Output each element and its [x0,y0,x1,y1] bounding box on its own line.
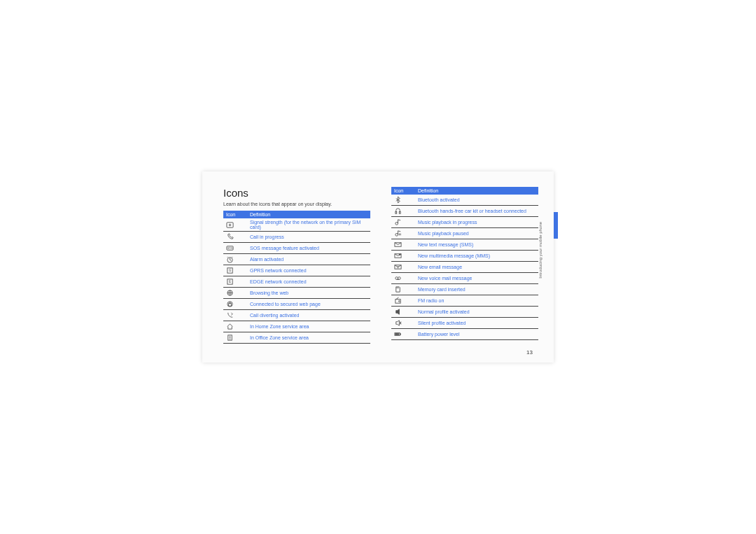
sos-icon: SOS [223,243,247,254]
svg-rect-28 [398,334,399,335]
battery-icon [391,329,415,340]
secure-web-icon [223,299,247,310]
table-row: In Home Zone service area [223,321,370,332]
left-column: Icons Learn about the icons that appear … [223,187,370,344]
svg-text:SOS: SOS [227,247,233,250]
svg-rect-10 [229,304,232,307]
office-zone-icon [223,332,247,344]
page-intro: Learn about the icons that appear on you… [223,202,370,206]
svg-rect-13 [399,211,400,213]
signal-icon [223,218,247,232]
svg-rect-12 [396,211,397,213]
th-def: Definition [247,211,370,218]
page-content: Icons Learn about the icons that appear … [223,187,533,350]
divert-icon [223,310,247,321]
table-row: EEDGE network connected [223,276,370,288]
bt-headset-icon [391,206,415,217]
table-row: Normal profile activated [391,307,538,318]
table-row: @New email message [391,262,538,273]
table-row: Battery power level [391,329,538,340]
svg-point-18 [399,254,400,255]
table-row: Memory card inserted [391,284,538,295]
table-row: In Office Zone service area [223,332,370,344]
alarm-icon [223,254,247,265]
th-icon: Icon [223,211,247,218]
table-row: Call diverting activated [223,310,370,321]
right-column: Icon Definition Bluetooth activated Blue… [391,187,538,340]
icons-table-left: Icon Definition Signal strength (for the… [223,211,370,344]
table-row: FM radio on [391,295,538,307]
table-row: Alarm activated [223,254,370,265]
table-row: New text message (SMS) [391,239,538,251]
table-row: New multimedia message (MMS) [391,251,538,262]
svg-point-24 [398,301,400,302]
svg-text:E: E [229,280,231,283]
section-side-label: Introducing your mobile phone [538,222,542,279]
table-row: Call in progress [223,232,370,243]
page-title: Icons [223,187,370,199]
table-row: Silent profile activated [391,318,538,329]
web-icon [223,288,247,299]
memory-card-icon [391,284,415,295]
voicemail-icon [391,273,415,284]
table-row: Music playback paused [391,228,538,239]
table-row: New voice mail message [391,273,538,284]
silent-profile-icon [391,318,415,329]
th-def: Definition [415,187,538,195]
svg-point-14 [396,223,398,225]
table-row: Bluetooth activated [391,195,538,206]
table-row: Browsing the web [223,288,370,299]
svg-text:G: G [229,269,232,272]
table-row: SOSSOS message feature activated [223,243,370,254]
svg-point-21 [396,277,398,280]
mms-icon [391,251,415,262]
table-row: GGPRS network connected [223,265,370,276]
sms-icon [391,239,415,251]
edge-icon: E [223,276,247,288]
svg-text:@: @ [397,266,400,269]
table-row: Connected to secured web page [223,299,370,310]
th-icon: Icon [391,187,415,195]
manual-page: Introducing your mobile phone Icons Lear… [202,171,554,363]
page-number: 13 [526,349,533,356]
table-row: Bluetooth hands-free car kit or headset … [391,206,538,217]
gprs-icon: G [223,265,247,276]
svg-rect-27 [396,334,397,335]
svg-point-15 [396,234,398,237]
icons-table-right: Icon Definition Bluetooth activated Blue… [391,187,538,340]
call-icon [223,232,247,243]
svg-rect-26 [400,334,400,335]
table-row: Music playback in progress [391,217,538,228]
music-play-icon [391,217,415,228]
fm-radio-icon [391,295,415,307]
home-zone-icon [223,321,247,332]
table-row: Signal strength (for the network on the … [223,218,370,232]
bluetooth-icon [391,195,415,206]
normal-profile-icon [391,307,415,318]
svg-point-22 [398,277,401,280]
email-icon: @ [391,262,415,273]
music-pause-icon [391,228,415,239]
section-tab [554,212,558,239]
